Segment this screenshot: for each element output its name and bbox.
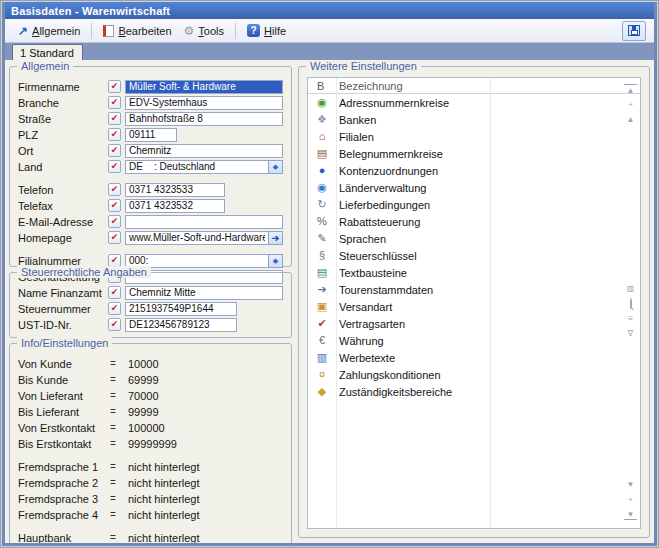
- info-label: Von Lieferant: [18, 390, 110, 402]
- filialnummer-dropdown-button[interactable]: ◆: [268, 254, 283, 268]
- tour-master-data-icon: ➔: [308, 281, 336, 298]
- dropdown-diamond-icon: ◆: [273, 163, 278, 170]
- settings-list-item[interactable]: ● Kontenzuordnungen: [308, 162, 640, 179]
- tab-standard[interactable]: 1 Standard: [12, 44, 83, 60]
- contract-types-icon: ✔: [308, 315, 336, 332]
- settings-list-item[interactable]: ✎ Sprachen: [308, 230, 640, 247]
- tab-standard-label: 1 Standard: [20, 47, 74, 59]
- telefon-check-icon[interactable]: ✔: [108, 183, 121, 196]
- land-check-icon[interactable]: ✔: [108, 160, 121, 173]
- document-number-ranges-icon: ▤: [308, 145, 336, 162]
- plz-check-icon[interactable]: ✔: [108, 128, 121, 141]
- branch-offices-icon: ⌂: [308, 128, 336, 145]
- go-last-icon[interactable]: ▼: [624, 509, 637, 520]
- telefax-input[interactable]: [125, 199, 225, 213]
- equals-sign: =: [110, 532, 128, 543]
- finanzamt-input[interactable]: [125, 286, 283, 300]
- currency-icon: €: [308, 332, 336, 349]
- telefon-input[interactable]: [125, 183, 225, 197]
- branche-input[interactable]: [125, 96, 283, 110]
- settings-list-item[interactable]: ↻ Lieferbedingungen: [308, 196, 640, 213]
- columns-icon[interactable]: ▥: [624, 283, 637, 294]
- plz-input[interactable]: [125, 128, 177, 142]
- email-check-icon[interactable]: ✔: [108, 215, 121, 228]
- settings-list-item[interactable]: § Steuerschlüssel: [308, 247, 640, 264]
- field-homepage: Homepage ✔ ➔: [18, 230, 283, 245]
- page-up-icon[interactable]: ▲: [624, 114, 637, 125]
- settings-table: B Bezeichnung ◉ Adressnummernkreise ❖ Ba…: [307, 77, 641, 529]
- field-ustid: UST-ID-Nr. ✔: [18, 317, 283, 332]
- field-telefax: Telefax ✔: [18, 198, 283, 213]
- settings-list-item[interactable]: ▤ Textbausteine: [308, 264, 640, 281]
- left-column: Allgemein Firmenname ✔ Branche ✔ Straße …: [9, 66, 292, 538]
- list-icon[interactable]: ≡: [624, 313, 637, 324]
- equals-sign: =: [110, 422, 128, 433]
- settings-list-item[interactable]: ▥ Werbetexte: [308, 349, 640, 366]
- settings-list-item[interactable]: ➔ Tourenstammdaten: [308, 281, 640, 298]
- group-info-einstellungen: Info/Einstellungen Von Kunde = 10000 Bis…: [9, 343, 292, 548]
- settings-list-item[interactable]: ⌂ Filialen: [308, 128, 640, 145]
- insert-row-icon[interactable]: +: [624, 99, 637, 110]
- settings-list-item[interactable]: € Währung: [308, 332, 640, 349]
- delete-row-icon[interactable]: +: [624, 494, 637, 505]
- info-value: 70000: [128, 390, 159, 402]
- page-down-icon[interactable]: ▼: [624, 479, 637, 490]
- field-land: Land ✔ ◆: [18, 159, 283, 174]
- ort-input[interactable]: [125, 144, 283, 158]
- settings-list-item[interactable]: ◉ Länderverwaltung: [308, 179, 640, 196]
- land-label: Land: [18, 161, 108, 173]
- search-icon[interactable]: [624, 298, 637, 309]
- equals-sign: =: [110, 438, 128, 449]
- settings-list-item[interactable]: ✔ Vertragsarten: [308, 315, 640, 332]
- settings-list-item[interactable]: ◆ Zuständigkeitsbereiche: [308, 383, 640, 400]
- equals-sign: =: [110, 374, 128, 385]
- strasse-check-icon[interactable]: ✔: [108, 112, 121, 125]
- strasse-input[interactable]: [125, 112, 283, 126]
- ustid-input[interactable]: [125, 318, 237, 332]
- strasse-label: Straße: [18, 113, 108, 125]
- save-button[interactable]: [622, 21, 646, 41]
- firmenname-input[interactable]: [125, 80, 283, 94]
- ort-check-icon[interactable]: ✔: [108, 144, 121, 157]
- steuernummer-check-icon[interactable]: ✔: [108, 302, 121, 315]
- settings-list-item[interactable]: ¤ Zahlungskonditionen: [308, 366, 640, 383]
- land-dropdown-button[interactable]: ◆: [268, 160, 283, 174]
- steuernummer-input[interactable]: [125, 302, 237, 316]
- info-label: Von Erstkontakt: [18, 422, 110, 434]
- info-row: Von Lieferant = 70000: [18, 388, 283, 403]
- filter-icon[interactable]: ∇: [624, 328, 637, 339]
- menu-bearbeiten[interactable]: Bearbeiten: [98, 23, 176, 39]
- filialnummer-label: Filialnummer: [18, 255, 108, 267]
- column-header-b[interactable]: B: [308, 80, 336, 92]
- settings-list-item[interactable]: ❖ Banken: [308, 111, 640, 128]
- ort-label: Ort: [18, 145, 108, 157]
- field-plz: PLZ ✔: [18, 127, 283, 142]
- menu-hilfe[interactable]: ? Hilfe: [242, 22, 291, 39]
- homepage-input[interactable]: [125, 231, 268, 245]
- info-value: 99999: [128, 406, 159, 418]
- homepage-check-icon[interactable]: ✔: [108, 231, 121, 244]
- settings-list-item[interactable]: ▣ Versandart: [308, 298, 640, 315]
- menu-tools[interactable]: ⚙ Tools: [179, 23, 229, 39]
- land-input[interactable]: [125, 160, 268, 174]
- open-link-button[interactable]: ➔: [268, 231, 283, 245]
- languages-icon: ✎: [308, 230, 336, 247]
- equals-sign: =: [110, 477, 128, 488]
- column-header-bezeichnung[interactable]: Bezeichnung: [336, 80, 403, 92]
- menu-allgemein[interactable]: ↗ Allgemein: [13, 23, 85, 39]
- finanzamt-check-icon[interactable]: ✔: [108, 286, 121, 299]
- info-value: 10000: [128, 358, 159, 370]
- go-first-icon[interactable]: ▲: [624, 84, 637, 95]
- info-value: 100000: [128, 422, 165, 434]
- settings-list-item[interactable]: ▤ Belegnummernkreise: [308, 145, 640, 162]
- branche-check-icon[interactable]: ✔: [108, 96, 121, 109]
- email-input[interactable]: [125, 215, 283, 229]
- info-label: Bis Erstkontakt: [18, 438, 110, 450]
- settings-list-item[interactable]: ◉ Adressnummernkreise: [308, 94, 640, 111]
- info-row: Fremdsprache 4 = nicht hinterlegt: [18, 507, 283, 522]
- telefon-label: Telefon: [18, 184, 108, 196]
- telefax-check-icon[interactable]: ✔: [108, 199, 121, 212]
- firmenname-check-icon[interactable]: ✔: [108, 80, 121, 93]
- ustid-check-icon[interactable]: ✔: [108, 318, 121, 331]
- settings-list-item[interactable]: % Rabattsteuerung: [308, 213, 640, 230]
